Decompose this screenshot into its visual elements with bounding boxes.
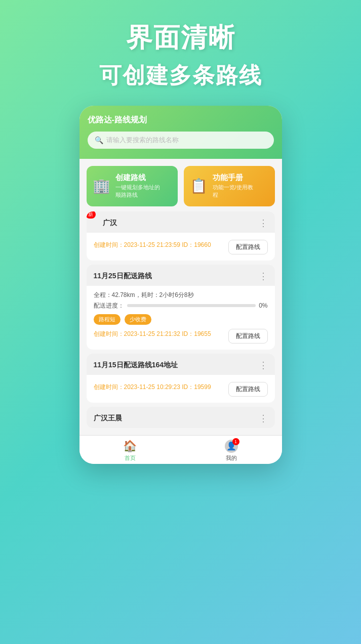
route-meta-1: 创建时间：2023-11-25 21:23:59 ID：19660: [94, 241, 211, 249]
tab-mine-label: 我的: [226, 454, 237, 462]
tab-mine[interactable]: 👤 1 我的: [181, 440, 282, 462]
route-meta-3: 创建时间：2023-11-25 10:29:23 ID：19599: [94, 383, 211, 392]
route-menu-4[interactable]: ⋮: [259, 413, 268, 424]
search-input-placeholder: 请输入要搜索的路线名称: [106, 136, 179, 145]
action-cards: 🏢 创建路线 一键规划多地址的顺路路线 📋 功能手册 功能一览/使用教程: [79, 159, 282, 211]
route-name-4: 广汉王晨: [94, 414, 122, 423]
route-body-2: 全程：42.78km，耗时：2小时6分8秒 配送进度： 0% 路程短 少收费 创…: [87, 286, 275, 350]
manual-card[interactable]: 📋 功能手册 功能一览/使用教程: [184, 166, 275, 206]
route-header-1: 新 广汉 ⋮: [87, 211, 275, 233]
search-bar[interactable]: 🔍 请输入要搜索的路线名称: [88, 132, 274, 149]
route-card-4: 广汉王晨 ⋮: [87, 407, 275, 428]
progress-bar-bg-2: [127, 304, 256, 307]
manual-subtitle: 功能一览/使用教程: [213, 184, 253, 199]
tag-low-fee: 少收费: [125, 314, 151, 325]
avatar-wrap: 👤 1: [225, 440, 238, 453]
route-header-2: 11月25日配送路线 ⋮: [87, 265, 275, 286]
tags-row-2: 路程短 少收费: [94, 314, 268, 325]
create-route-card[interactable]: 🏢 创建路线 一键规划多地址的顺路路线: [87, 166, 178, 206]
route-name-3: 11月15日配送路线164地址: [94, 361, 178, 370]
route-list: 新 广汉 ⋮ 创建时间：2023-11-25 21:23:59 ID：19660…: [79, 211, 282, 435]
route-stats-2: 全程：42.78km，耗时：2小时6分8秒: [94, 291, 268, 299]
route-header-4: 广汉王晨 ⋮: [87, 407, 275, 428]
app-title: 优路达-路线规划: [88, 115, 274, 125]
route-menu-3[interactable]: ⋮: [259, 360, 268, 371]
config-btn-3[interactable]: 配置路线: [228, 382, 268, 397]
tab-mine-badge: 1: [232, 438, 239, 445]
headline1: 界面清晰: [126, 20, 235, 56]
tab-bar: 🏠 首页 👤 1 我的: [79, 435, 282, 464]
search-icon: 🔍: [95, 136, 103, 144]
route-menu-1[interactable]: ⋮: [259, 218, 268, 229]
create-route-subtitle: 一键规划多地址的顺路路线: [115, 184, 160, 199]
config-btn-1[interactable]: 配置路线: [228, 240, 268, 254]
phone-frame: 优路达-路线规划 🔍 请输入要搜索的路线名称 🏢 创建路线 一键规划多地址的顺路…: [79, 106, 282, 464]
tab-home[interactable]: 🏠 首页: [79, 440, 181, 462]
route-card-3: 11月15日配送路线164地址 ⋮ 创建时间：2023-11-25 10:29:…: [87, 354, 275, 403]
app-header: 优路达-路线规划 🔍 请输入要搜索的路线名称: [79, 106, 282, 159]
manual-title: 功能手册: [213, 173, 253, 183]
progress-pct-2: 0%: [259, 302, 267, 309]
home-icon: 🏠: [123, 440, 137, 453]
tag-short-route: 路程短: [94, 314, 121, 325]
new-badge-1: 新: [87, 211, 96, 219]
progress-label-2: 配送进度：: [94, 302, 124, 310]
route-menu-2[interactable]: ⋮: [259, 271, 268, 282]
manual-icon: 📋: [190, 178, 208, 194]
route-header-3: 11月15日配送路线164地址 ⋮: [87, 354, 275, 375]
route-footer-1: 创建时间：2023-11-25 21:23:59 ID：19660 配置路线: [94, 240, 268, 254]
tab-home-label: 首页: [125, 454, 136, 462]
config-btn-2[interactable]: 配置路线: [228, 329, 268, 344]
headline2: 可创建多条路线: [99, 61, 262, 91]
route-body-1: 创建时间：2023-11-25 21:23:59 ID：19660 配置路线: [87, 233, 275, 261]
progress-wrap-2: 配送进度： 0%: [94, 302, 268, 310]
route-meta-2: 创建时间：2023-11-25 21:21:32 ID：19655: [94, 330, 211, 338]
create-route-icon: 🏢: [93, 178, 110, 194]
create-route-title: 创建路线: [115, 173, 160, 183]
route-name-1: 广汉: [103, 219, 117, 228]
route-footer-3: 创建时间：2023-11-25 10:29:23 ID：19599 配置路线: [94, 382, 268, 397]
route-card-2: 11月25日配送路线 ⋮ 全程：42.78km，耗时：2小时6分8秒 配送进度：…: [87, 265, 275, 350]
route-card-1: 新 广汉 ⋮ 创建时间：2023-11-25 21:23:59 ID：19660…: [87, 211, 275, 261]
route-name-2: 11月25日配送路线: [94, 272, 152, 281]
route-body-3: 创建时间：2023-11-25 10:29:23 ID：19599 配置路线: [87, 375, 275, 403]
route-footer-2: 创建时间：2023-11-25 21:21:32 ID：19655 配置路线: [94, 329, 268, 344]
